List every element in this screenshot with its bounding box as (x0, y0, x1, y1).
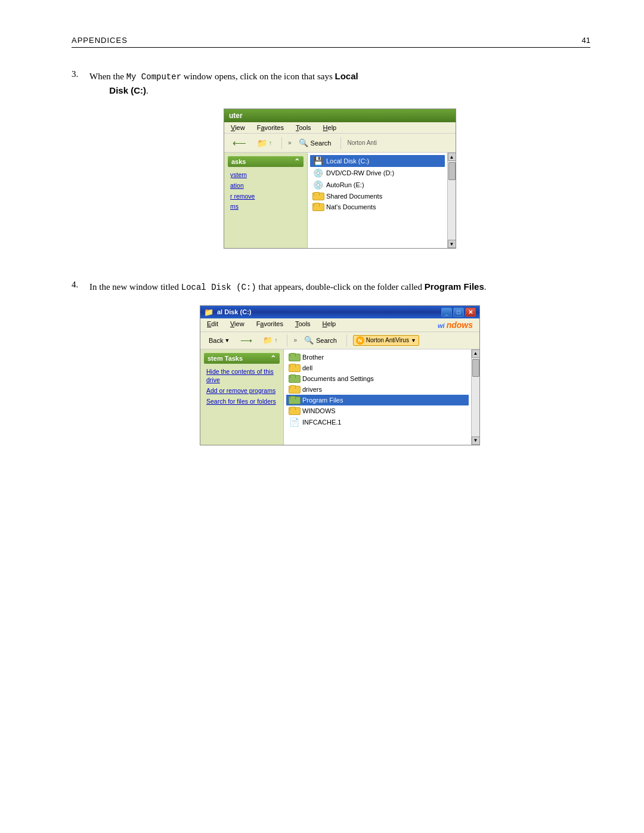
toolbar-chevron-2: » (293, 337, 297, 343)
maximize-btn-2[interactable]: □ (453, 308, 464, 317)
folder-icon-brother (289, 353, 299, 361)
file-list-1: 💾 Local Disk (C:) 💿 DVD/CD-RW Drive (D:)… (310, 155, 445, 212)
scroll-down-1[interactable]: ▼ (448, 240, 456, 248)
scroll-thumb-2[interactable] (472, 359, 479, 377)
titlebar2-controls: _ □ ✕ (441, 308, 476, 317)
file-item-autorun[interactable]: 💿 AutoRun (E:) (310, 179, 445, 191)
menu-favorites[interactable]: Favorites (255, 123, 286, 132)
code-local-disk: Local Disk (C:) (181, 283, 256, 292)
up-folder-icon: 📁 (257, 138, 267, 148)
sidebar-links-2: Hide the contents of this drive Add or r… (204, 366, 280, 409)
menubar-2: Edit View Favorites Tools Help windows (200, 318, 479, 332)
menu-help[interactable]: Help (321, 123, 339, 132)
folder-title-icon: 📁 (204, 308, 213, 317)
forward-arrow-icon: ⟶ (240, 336, 252, 345)
scroll-track-2 (472, 358, 479, 436)
file-item-brother[interactable]: Brother (286, 352, 469, 363)
file-name-shared: Shared Documents (326, 193, 382, 200)
sidebar-link-add-remove[interactable]: Add or remove programs (206, 386, 277, 395)
file-item-dell[interactable]: dell (286, 363, 469, 373)
file-name-infcache: INFCACHE.1 (302, 419, 341, 426)
folder-icon-nats (312, 203, 323, 211)
step-3-text: When the My Computer window opens, click… (89, 69, 590, 98)
norton-icon: N (356, 336, 364, 345)
back-btn-2[interactable]: Back ▼ (205, 335, 233, 346)
file-item-shared[interactable]: Shared Documents (310, 191, 445, 202)
folder-icon-dell (289, 364, 299, 372)
scroll-thumb-1[interactable] (448, 162, 456, 180)
forward-btn-2[interactable]: ⟶ (237, 334, 256, 347)
file-list-area-1: 💾 Local Disk (C:) 💿 DVD/CD-RW Drive (D:)… (308, 153, 447, 248)
back-btn-1[interactable]: ⟵ (229, 135, 250, 150)
search-btn-1[interactable]: 🔍 Search (295, 137, 335, 149)
step-3: 3. When the My Computer window opens, cl… (72, 69, 590, 253)
menu-view[interactable]: View (229, 123, 247, 132)
screenshot-2: 📁 al Disk (C:) _ □ ✕ Edit View Favorites (200, 305, 480, 445)
sidebar-section-2: stem Tasks ⌃ (204, 353, 280, 364)
dvd-icon: 💿 (312, 168, 323, 178)
sidebar-section-title-2: stem Tasks (208, 355, 243, 362)
toolbar-sep-3 (287, 335, 287, 346)
menu-edit[interactable]: Edit (205, 320, 220, 330)
code-my-computer: My Computer (126, 72, 181, 82)
sidebar-link-ms[interactable]: ms (230, 202, 301, 211)
file-name-local-disk: Local Disk (C:) (326, 157, 369, 165)
file-item-local-disk[interactable]: 💾 Local Disk (C:) (310, 155, 445, 167)
sidebar-collapse-btn-1[interactable]: ⌃ (294, 157, 300, 166)
toolbar-2: Back ▼ ⟶ 📁 ↑ » 🔍 (200, 332, 479, 349)
file-name-drivers: drivers (302, 386, 322, 393)
toolbar-sep-1 (281, 137, 282, 149)
step-4-text: In the new window titled Local Disk (C:)… (89, 280, 590, 294)
titlebar-1-text: uter (229, 112, 451, 120)
win-body-1: asks ⌃ ystem ation r remove ms (224, 153, 456, 248)
search-label-2: Search (316, 337, 337, 344)
step-4-content: In the new window titled Local Disk (C:)… (89, 280, 590, 450)
file-item-infcache[interactable]: 📄 INFCACHE.1 (286, 416, 469, 428)
sidebar-link-remove[interactable]: r remove (230, 192, 301, 201)
search-btn-2[interactable]: 🔍 Search (301, 334, 340, 346)
sidebar-link-hide[interactable]: Hide the contents of this drive (206, 367, 277, 385)
menu-favorites-2[interactable]: Favorites (255, 320, 285, 330)
file-item-windows[interactable]: WINDOWS (286, 405, 469, 416)
sidebar-link-ation[interactable]: ation (230, 181, 301, 190)
harddisk-icon: 💾 (312, 156, 323, 166)
scroll-down-2[interactable]: ▼ (472, 436, 480, 445)
autorun-icon: 💿 (312, 180, 323, 190)
file-item-dvd[interactable]: 💿 DVD/CD-RW Drive (D:) (310, 167, 445, 179)
menu-tools[interactable]: Tools (294, 123, 313, 132)
up-btn-2[interactable]: 📁 ↑ (259, 334, 281, 346)
file-item-docs-settings[interactable]: Documents and Settings (286, 373, 469, 384)
back-arrow-icon: ⟵ (233, 137, 246, 148)
folder-icon-windows (289, 407, 299, 415)
bold-program-files: Program Files (425, 281, 484, 292)
up-folder-icon-2: 📁 (263, 336, 273, 345)
close-btn-2[interactable]: ✕ (465, 308, 476, 317)
file-item-drivers[interactable]: drivers (286, 384, 469, 395)
norton-dropdown-icon[interactable]: ▼ (411, 337, 416, 343)
scroll-up-1[interactable]: ▲ (448, 153, 456, 161)
norton-badge: N Norton AntiVirus ▼ (353, 335, 419, 346)
file-name-brother: Brother (302, 354, 324, 361)
step-number-3: 3. (72, 69, 89, 253)
search-magnifier-icon-2: 🔍 (304, 336, 314, 345)
up-btn-1[interactable]: 📁 ↑ (253, 137, 275, 150)
sidebar-collapse-btn-2[interactable]: ⌃ (270, 354, 276, 363)
step-4: 4. In the new window titled Local Disk (… (72, 280, 590, 450)
menu-view-2[interactable]: View (228, 320, 246, 330)
titlebar-2-text: al Disk (C:) (217, 308, 438, 315)
content-area-1: 💾 Local Disk (C:) 💿 DVD/CD-RW Drive (D:)… (308, 153, 456, 248)
minimize-btn-2[interactable]: _ (441, 308, 452, 317)
menu-tools-2[interactable]: Tools (293, 320, 312, 330)
menu-help-2[interactable]: Help (321, 320, 338, 330)
windows-xp-logo: windows (434, 320, 475, 330)
toolbar-1: ⟵ 📁 ↑ » 🔍 Search Norton Ant (224, 134, 456, 153)
scroll-up-2[interactable]: ▲ (472, 349, 480, 358)
file-name-autorun: AutoRun (E:) (326, 181, 364, 188)
sidebar-link-system[interactable]: ystem (230, 171, 301, 179)
file-item-nats[interactable]: Nat's Documents (310, 202, 445, 212)
sidebar-link-search[interactable]: Search for files or folders (206, 397, 277, 406)
file-name-dell: dell (302, 364, 312, 371)
file-list-area-2: Brother dell Documents and Settings (284, 349, 471, 445)
file-name-program-files: Program Files (302, 397, 343, 404)
file-item-program-files[interactable]: Program Files (286, 395, 469, 405)
